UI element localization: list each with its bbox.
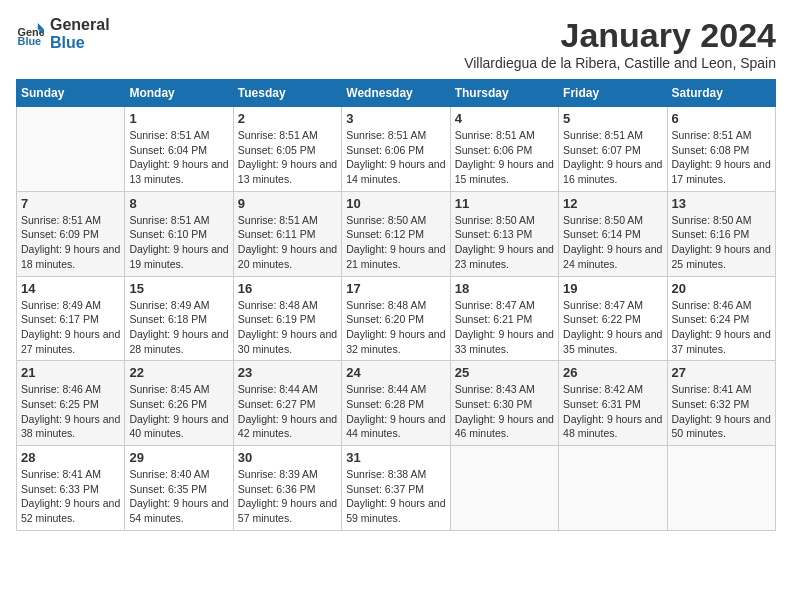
col-header-monday: Monday bbox=[125, 80, 233, 107]
calendar-cell: 24Sunrise: 8:44 AMSunset: 6:28 PMDayligh… bbox=[342, 361, 450, 446]
calendar-cell: 11Sunrise: 8:50 AMSunset: 6:13 PMDayligh… bbox=[450, 191, 558, 276]
calendar-cell: 20Sunrise: 8:46 AMSunset: 6:24 PMDayligh… bbox=[667, 276, 775, 361]
calendar-cell: 12Sunrise: 8:50 AMSunset: 6:14 PMDayligh… bbox=[559, 191, 667, 276]
calendar-cell: 17Sunrise: 8:48 AMSunset: 6:20 PMDayligh… bbox=[342, 276, 450, 361]
day-number: 2 bbox=[238, 111, 337, 126]
day-info: Sunrise: 8:40 AMSunset: 6:35 PMDaylight:… bbox=[129, 467, 228, 526]
calendar-cell: 6Sunrise: 8:51 AMSunset: 6:08 PMDaylight… bbox=[667, 107, 775, 192]
day-info: Sunrise: 8:50 AMSunset: 6:12 PMDaylight:… bbox=[346, 213, 445, 272]
day-info: Sunrise: 8:49 AMSunset: 6:17 PMDaylight:… bbox=[21, 298, 120, 357]
subtitle: Villardiegua de la Ribera, Castille and … bbox=[464, 55, 776, 71]
calendar-cell: 9Sunrise: 8:51 AMSunset: 6:11 PMDaylight… bbox=[233, 191, 341, 276]
day-info: Sunrise: 8:45 AMSunset: 6:26 PMDaylight:… bbox=[129, 382, 228, 441]
day-number: 17 bbox=[346, 281, 445, 296]
svg-text:Blue: Blue bbox=[18, 34, 42, 46]
day-info: Sunrise: 8:51 AMSunset: 6:10 PMDaylight:… bbox=[129, 213, 228, 272]
day-number: 27 bbox=[672, 365, 771, 380]
day-info: Sunrise: 8:42 AMSunset: 6:31 PMDaylight:… bbox=[563, 382, 662, 441]
calendar-cell: 25Sunrise: 8:43 AMSunset: 6:30 PMDayligh… bbox=[450, 361, 558, 446]
calendar-cell: 18Sunrise: 8:47 AMSunset: 6:21 PMDayligh… bbox=[450, 276, 558, 361]
calendar-cell: 19Sunrise: 8:47 AMSunset: 6:22 PMDayligh… bbox=[559, 276, 667, 361]
day-number: 9 bbox=[238, 196, 337, 211]
day-number: 8 bbox=[129, 196, 228, 211]
day-number: 26 bbox=[563, 365, 662, 380]
day-number: 25 bbox=[455, 365, 554, 380]
day-info: Sunrise: 8:51 AMSunset: 6:07 PMDaylight:… bbox=[563, 128, 662, 187]
week-row-2: 7Sunrise: 8:51 AMSunset: 6:09 PMDaylight… bbox=[17, 191, 776, 276]
calendar-cell: 22Sunrise: 8:45 AMSunset: 6:26 PMDayligh… bbox=[125, 361, 233, 446]
week-row-3: 14Sunrise: 8:49 AMSunset: 6:17 PMDayligh… bbox=[17, 276, 776, 361]
title-area: January 2024 Villardiegua de la Ribera, … bbox=[464, 16, 776, 71]
calendar-cell: 1Sunrise: 8:51 AMSunset: 6:04 PMDaylight… bbox=[125, 107, 233, 192]
calendar-cell: 2Sunrise: 8:51 AMSunset: 6:05 PMDaylight… bbox=[233, 107, 341, 192]
day-info: Sunrise: 8:48 AMSunset: 6:19 PMDaylight:… bbox=[238, 298, 337, 357]
day-info: Sunrise: 8:51 AMSunset: 6:05 PMDaylight:… bbox=[238, 128, 337, 187]
calendar-cell: 4Sunrise: 8:51 AMSunset: 6:06 PMDaylight… bbox=[450, 107, 558, 192]
day-info: Sunrise: 8:51 AMSunset: 6:06 PMDaylight:… bbox=[455, 128, 554, 187]
day-info: Sunrise: 8:44 AMSunset: 6:28 PMDaylight:… bbox=[346, 382, 445, 441]
week-row-1: 1Sunrise: 8:51 AMSunset: 6:04 PMDaylight… bbox=[17, 107, 776, 192]
calendar-cell bbox=[450, 446, 558, 531]
day-info: Sunrise: 8:41 AMSunset: 6:32 PMDaylight:… bbox=[672, 382, 771, 441]
day-info: Sunrise: 8:49 AMSunset: 6:18 PMDaylight:… bbox=[129, 298, 228, 357]
day-info: Sunrise: 8:50 AMSunset: 6:14 PMDaylight:… bbox=[563, 213, 662, 272]
calendar-cell: 10Sunrise: 8:50 AMSunset: 6:12 PMDayligh… bbox=[342, 191, 450, 276]
day-info: Sunrise: 8:50 AMSunset: 6:13 PMDaylight:… bbox=[455, 213, 554, 272]
day-info: Sunrise: 8:46 AMSunset: 6:25 PMDaylight:… bbox=[21, 382, 120, 441]
day-number: 3 bbox=[346, 111, 445, 126]
day-number: 22 bbox=[129, 365, 228, 380]
col-header-wednesday: Wednesday bbox=[342, 80, 450, 107]
day-number: 24 bbox=[346, 365, 445, 380]
header: General Blue General Blue January 2024 V… bbox=[16, 16, 776, 71]
day-info: Sunrise: 8:51 AMSunset: 6:06 PMDaylight:… bbox=[346, 128, 445, 187]
calendar-cell: 15Sunrise: 8:49 AMSunset: 6:18 PMDayligh… bbox=[125, 276, 233, 361]
day-number: 16 bbox=[238, 281, 337, 296]
day-number: 29 bbox=[129, 450, 228, 465]
day-number: 20 bbox=[672, 281, 771, 296]
logo-icon: General Blue bbox=[16, 20, 44, 48]
day-info: Sunrise: 8:38 AMSunset: 6:37 PMDaylight:… bbox=[346, 467, 445, 526]
calendar-header-row: SundayMondayTuesdayWednesdayThursdayFrid… bbox=[17, 80, 776, 107]
calendar-cell: 16Sunrise: 8:48 AMSunset: 6:19 PMDayligh… bbox=[233, 276, 341, 361]
col-header-thursday: Thursday bbox=[450, 80, 558, 107]
col-header-tuesday: Tuesday bbox=[233, 80, 341, 107]
calendar-cell: 27Sunrise: 8:41 AMSunset: 6:32 PMDayligh… bbox=[667, 361, 775, 446]
day-number: 30 bbox=[238, 450, 337, 465]
calendar-cell: 30Sunrise: 8:39 AMSunset: 6:36 PMDayligh… bbox=[233, 446, 341, 531]
day-number: 10 bbox=[346, 196, 445, 211]
week-row-4: 21Sunrise: 8:46 AMSunset: 6:25 PMDayligh… bbox=[17, 361, 776, 446]
col-header-sunday: Sunday bbox=[17, 80, 125, 107]
day-info: Sunrise: 8:51 AMSunset: 6:04 PMDaylight:… bbox=[129, 128, 228, 187]
logo-general: General bbox=[50, 16, 110, 34]
day-info: Sunrise: 8:47 AMSunset: 6:22 PMDaylight:… bbox=[563, 298, 662, 357]
day-number: 4 bbox=[455, 111, 554, 126]
calendar-cell: 31Sunrise: 8:38 AMSunset: 6:37 PMDayligh… bbox=[342, 446, 450, 531]
calendar-cell: 26Sunrise: 8:42 AMSunset: 6:31 PMDayligh… bbox=[559, 361, 667, 446]
logo-blue: Blue bbox=[50, 34, 110, 52]
day-number: 13 bbox=[672, 196, 771, 211]
calendar-body: 1Sunrise: 8:51 AMSunset: 6:04 PMDaylight… bbox=[17, 107, 776, 531]
day-number: 7 bbox=[21, 196, 120, 211]
day-number: 21 bbox=[21, 365, 120, 380]
logo: General Blue General Blue bbox=[16, 16, 110, 51]
day-info: Sunrise: 8:43 AMSunset: 6:30 PMDaylight:… bbox=[455, 382, 554, 441]
day-info: Sunrise: 8:50 AMSunset: 6:16 PMDaylight:… bbox=[672, 213, 771, 272]
calendar-cell bbox=[17, 107, 125, 192]
month-title: January 2024 bbox=[464, 16, 776, 55]
day-number: 12 bbox=[563, 196, 662, 211]
calendar-cell: 28Sunrise: 8:41 AMSunset: 6:33 PMDayligh… bbox=[17, 446, 125, 531]
col-header-friday: Friday bbox=[559, 80, 667, 107]
day-info: Sunrise: 8:48 AMSunset: 6:20 PMDaylight:… bbox=[346, 298, 445, 357]
calendar-cell: 21Sunrise: 8:46 AMSunset: 6:25 PMDayligh… bbox=[17, 361, 125, 446]
week-row-5: 28Sunrise: 8:41 AMSunset: 6:33 PMDayligh… bbox=[17, 446, 776, 531]
calendar-cell: 8Sunrise: 8:51 AMSunset: 6:10 PMDaylight… bbox=[125, 191, 233, 276]
day-info: Sunrise: 8:51 AMSunset: 6:08 PMDaylight:… bbox=[672, 128, 771, 187]
day-number: 6 bbox=[672, 111, 771, 126]
col-header-saturday: Saturday bbox=[667, 80, 775, 107]
calendar-cell: 13Sunrise: 8:50 AMSunset: 6:16 PMDayligh… bbox=[667, 191, 775, 276]
day-number: 18 bbox=[455, 281, 554, 296]
day-number: 1 bbox=[129, 111, 228, 126]
day-number: 19 bbox=[563, 281, 662, 296]
day-info: Sunrise: 8:44 AMSunset: 6:27 PMDaylight:… bbox=[238, 382, 337, 441]
calendar-cell bbox=[559, 446, 667, 531]
